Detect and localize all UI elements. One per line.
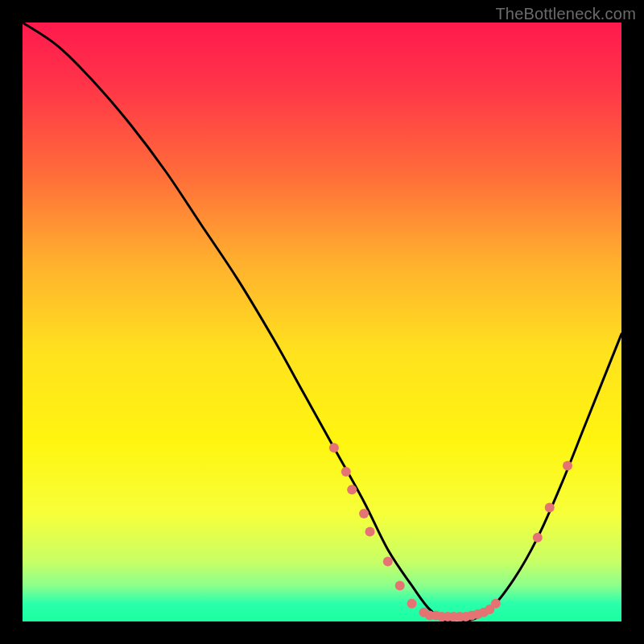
data-marker — [419, 608, 429, 617]
data-marker — [341, 467, 351, 477]
data-marker — [437, 612, 447, 621]
data-marker — [383, 557, 393, 567]
data-marker — [365, 526, 375, 536]
data-marker — [329, 443, 339, 452]
data-marker — [485, 605, 494, 614]
watermark-text: TheBottleneck.com — [495, 5, 636, 23]
data-marker — [449, 612, 459, 621]
data-marker — [431, 611, 440, 621]
data-marker — [563, 461, 572, 471]
data-marker — [347, 485, 357, 494]
data-marker — [473, 609, 482, 619]
plot-area — [23, 23, 621, 621]
chart-frame: TheBottleneck.com — [0, 0, 644, 644]
data-marker — [467, 611, 477, 621]
data-marker — [479, 608, 489, 617]
data-marker — [407, 599, 417, 609]
data-marker — [533, 533, 543, 543]
data-marker — [395, 580, 405, 590]
data-marker — [359, 509, 369, 518]
data-marker — [425, 611, 435, 621]
bottleneck-curve — [23, 23, 621, 621]
data-marker — [491, 599, 501, 609]
data-marker — [545, 503, 555, 513]
data-marker — [461, 612, 471, 621]
data-marker — [455, 612, 464, 621]
data-marker — [443, 612, 452, 621]
curve-layer — [23, 23, 621, 621]
